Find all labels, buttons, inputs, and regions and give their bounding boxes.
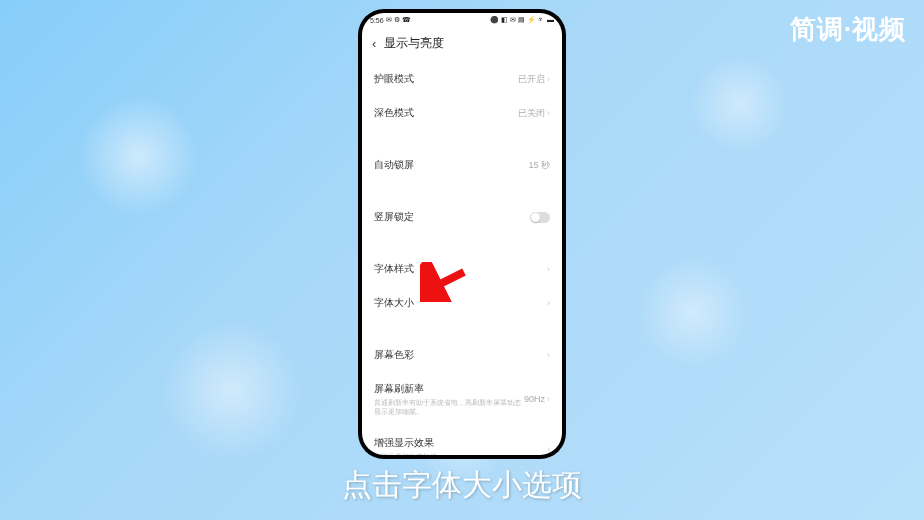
status-bar: 5:56 ✉ ⚙ ☎ ⚫ ◧ ✉ ▤ ⚡ ᯤ ▬ [362,13,562,27]
chevron-right-icon: › [547,444,550,454]
row-label: 深色模式 [374,106,414,120]
chevron-right-icon: › [547,74,550,84]
row-font-style[interactable]: 字体样式 › [362,252,562,286]
page-header: ‹ 显示与亮度 [362,27,562,62]
row-value: 已开启› [518,73,550,86]
status-left: 5:56 ✉ ⚙ ☎ [370,16,411,24]
chevron-right-icon: › [547,394,550,404]
row-value: 已关闭› [518,107,550,120]
phone-frame: 5:56 ✉ ⚙ ☎ ⚫ ◧ ✉ ▤ ⚡ ᯤ ▬ ‹ 显示与亮度 护眼模式 已开… [358,9,566,459]
chevron-right-icon: › [547,264,550,274]
back-icon[interactable]: ‹ [372,37,376,50]
row-value: › [547,298,550,308]
row-label: 竖屏锁定 [374,210,414,224]
row-eye-care[interactable]: 护眼模式 已开启› [362,62,562,96]
row-label: 屏幕色彩 [374,348,414,362]
chevron-right-icon: › [547,298,550,308]
row-label: 字体大小 [374,296,414,310]
row-label: 字体样式 [374,262,414,276]
row-refresh-rate[interactable]: 屏幕刷新率 普通刷新率有助于系统省电，高刷新率屏幕动态显示更加细腻。 90Hz› [362,372,562,426]
page-title: 显示与亮度 [384,35,444,52]
gap [362,182,562,200]
row-value: 15 秒 [528,159,550,172]
row-orientation-lock[interactable]: 竖屏锁定 [362,200,562,234]
row-value: 90Hz› [524,394,550,404]
row-label: 屏幕刷新率 [374,382,524,396]
row-label: 自动锁屏 [374,158,414,172]
row-label: 增强显示效果 [374,436,547,450]
row-font-size[interactable]: 字体大小 › [362,286,562,320]
row-enhance-display[interactable]: 增强显示效果 超清画质和动态补偿 › [362,426,562,455]
gap [362,234,562,252]
chevron-right-icon: › [547,350,550,360]
gap [362,130,562,148]
row-label: 护眼模式 [374,72,414,86]
row-value: › [547,444,550,454]
phone-screen: 5:56 ✉ ⚙ ☎ ⚫ ◧ ✉ ▤ ⚡ ᯤ ▬ ‹ 显示与亮度 护眼模式 已开… [362,13,562,455]
row-value: › [547,350,550,360]
row-auto-lock[interactable]: 自动锁屏 15 秒 [362,148,562,182]
row-screen-color[interactable]: 屏幕色彩 › [362,338,562,372]
row-value: › [547,264,550,274]
settings-list[interactable]: 护眼模式 已开启› 深色模式 已关闭› 自动锁屏 15 秒 竖屏锁定 字体样式 … [362,62,562,455]
status-right-icons: ⚫ ◧ ✉ ▤ ⚡ ᯤ ▬ [490,16,554,24]
chevron-right-icon: › [547,108,550,118]
toggle-orientation-lock[interactable] [530,212,550,223]
watermark: 简调·视频 [790,12,906,47]
row-dark-mode[interactable]: 深色模式 已关闭› [362,96,562,130]
gap [362,320,562,338]
status-left-icons: ✉ ⚙ ☎ [386,16,411,24]
row-sub: 普通刷新率有助于系统省电，高刷新率屏幕动态显示更加细腻。 [374,398,524,416]
status-time: 5:56 [370,17,384,24]
caption: 点击字体大小选项 [0,465,924,506]
row-sub: 超清画质和动态补偿 [374,452,547,455]
